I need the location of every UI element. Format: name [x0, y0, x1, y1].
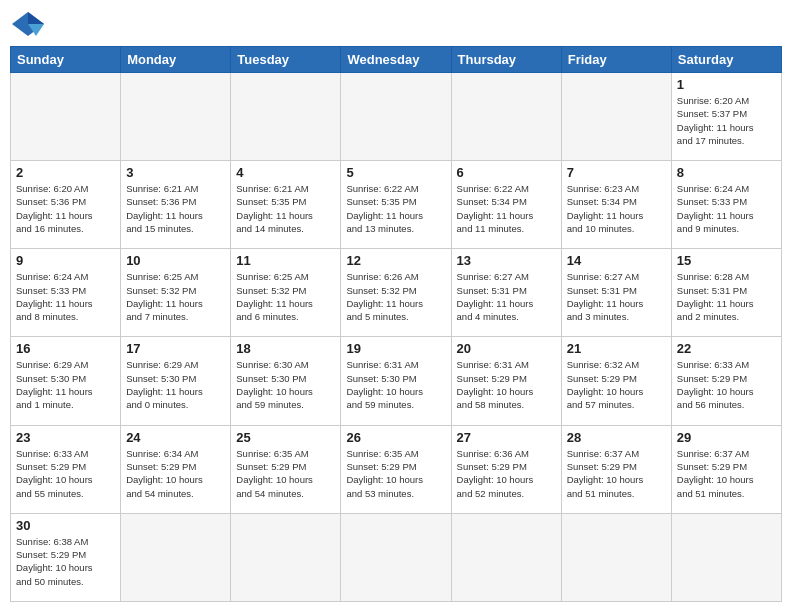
table-row: 23Sunrise: 6:33 AM Sunset: 5:29 PM Dayli… [11, 425, 121, 513]
day-info: Sunrise: 6:28 AM Sunset: 5:31 PM Dayligh… [677, 270, 776, 323]
header-thursday: Thursday [451, 47, 561, 73]
logo [10, 10, 50, 38]
day-number: 23 [16, 430, 115, 445]
day-number: 15 [677, 253, 776, 268]
day-number: 12 [346, 253, 445, 268]
table-row: 16Sunrise: 6:29 AM Sunset: 5:30 PM Dayli… [11, 337, 121, 425]
day-number: 25 [236, 430, 335, 445]
table-row: 13Sunrise: 6:27 AM Sunset: 5:31 PM Dayli… [451, 249, 561, 337]
day-info: Sunrise: 6:27 AM Sunset: 5:31 PM Dayligh… [457, 270, 556, 323]
header [10, 10, 782, 38]
table-row: 24Sunrise: 6:34 AM Sunset: 5:29 PM Dayli… [121, 425, 231, 513]
calendar-week-row: 30Sunrise: 6:38 AM Sunset: 5:29 PM Dayli… [11, 513, 782, 601]
table-row: 15Sunrise: 6:28 AM Sunset: 5:31 PM Dayli… [671, 249, 781, 337]
table-row: 1Sunrise: 6:20 AM Sunset: 5:37 PM Daylig… [671, 73, 781, 161]
table-row [451, 73, 561, 161]
table-row [121, 73, 231, 161]
day-number: 10 [126, 253, 225, 268]
day-info: Sunrise: 6:36 AM Sunset: 5:29 PM Dayligh… [457, 447, 556, 500]
page: Sunday Monday Tuesday Wednesday Thursday… [0, 0, 792, 612]
header-wednesday: Wednesday [341, 47, 451, 73]
day-info: Sunrise: 6:29 AM Sunset: 5:30 PM Dayligh… [126, 358, 225, 411]
day-number: 24 [126, 430, 225, 445]
table-row: 19Sunrise: 6:31 AM Sunset: 5:30 PM Dayli… [341, 337, 451, 425]
logo-icon [10, 10, 46, 38]
header-friday: Friday [561, 47, 671, 73]
day-number: 22 [677, 341, 776, 356]
calendar-week-row: 16Sunrise: 6:29 AM Sunset: 5:30 PM Dayli… [11, 337, 782, 425]
day-number: 4 [236, 165, 335, 180]
day-info: Sunrise: 6:35 AM Sunset: 5:29 PM Dayligh… [346, 447, 445, 500]
table-row: 10Sunrise: 6:25 AM Sunset: 5:32 PM Dayli… [121, 249, 231, 337]
day-info: Sunrise: 6:38 AM Sunset: 5:29 PM Dayligh… [16, 535, 115, 588]
day-number: 17 [126, 341, 225, 356]
day-number: 27 [457, 430, 556, 445]
table-row: 7Sunrise: 6:23 AM Sunset: 5:34 PM Daylig… [561, 161, 671, 249]
day-info: Sunrise: 6:27 AM Sunset: 5:31 PM Dayligh… [567, 270, 666, 323]
table-row: 26Sunrise: 6:35 AM Sunset: 5:29 PM Dayli… [341, 425, 451, 513]
header-saturday: Saturday [671, 47, 781, 73]
table-row: 28Sunrise: 6:37 AM Sunset: 5:29 PM Dayli… [561, 425, 671, 513]
day-info: Sunrise: 6:31 AM Sunset: 5:30 PM Dayligh… [346, 358, 445, 411]
day-number: 6 [457, 165, 556, 180]
day-info: Sunrise: 6:30 AM Sunset: 5:30 PM Dayligh… [236, 358, 335, 411]
day-number: 8 [677, 165, 776, 180]
table-row [11, 73, 121, 161]
table-row [341, 513, 451, 601]
day-info: Sunrise: 6:32 AM Sunset: 5:29 PM Dayligh… [567, 358, 666, 411]
table-row: 22Sunrise: 6:33 AM Sunset: 5:29 PM Dayli… [671, 337, 781, 425]
table-row [451, 513, 561, 601]
day-info: Sunrise: 6:21 AM Sunset: 5:36 PM Dayligh… [126, 182, 225, 235]
day-number: 3 [126, 165, 225, 180]
day-info: Sunrise: 6:31 AM Sunset: 5:29 PM Dayligh… [457, 358, 556, 411]
day-number: 18 [236, 341, 335, 356]
table-row: 25Sunrise: 6:35 AM Sunset: 5:29 PM Dayli… [231, 425, 341, 513]
table-row: 9Sunrise: 6:24 AM Sunset: 5:33 PM Daylig… [11, 249, 121, 337]
day-info: Sunrise: 6:21 AM Sunset: 5:35 PM Dayligh… [236, 182, 335, 235]
day-info: Sunrise: 6:23 AM Sunset: 5:34 PM Dayligh… [567, 182, 666, 235]
table-row [671, 513, 781, 601]
table-row: 20Sunrise: 6:31 AM Sunset: 5:29 PM Dayli… [451, 337, 561, 425]
day-number: 29 [677, 430, 776, 445]
day-number: 9 [16, 253, 115, 268]
table-row: 12Sunrise: 6:26 AM Sunset: 5:32 PM Dayli… [341, 249, 451, 337]
calendar-header-row: Sunday Monday Tuesday Wednesday Thursday… [11, 47, 782, 73]
day-info: Sunrise: 6:20 AM Sunset: 5:37 PM Dayligh… [677, 94, 776, 147]
day-number: 14 [567, 253, 666, 268]
table-row: 8Sunrise: 6:24 AM Sunset: 5:33 PM Daylig… [671, 161, 781, 249]
svg-marker-1 [28, 12, 44, 24]
table-row: 14Sunrise: 6:27 AM Sunset: 5:31 PM Dayli… [561, 249, 671, 337]
day-number: 28 [567, 430, 666, 445]
day-info: Sunrise: 6:24 AM Sunset: 5:33 PM Dayligh… [677, 182, 776, 235]
day-number: 26 [346, 430, 445, 445]
day-info: Sunrise: 6:26 AM Sunset: 5:32 PM Dayligh… [346, 270, 445, 323]
table-row: 17Sunrise: 6:29 AM Sunset: 5:30 PM Dayli… [121, 337, 231, 425]
table-row: 4Sunrise: 6:21 AM Sunset: 5:35 PM Daylig… [231, 161, 341, 249]
day-info: Sunrise: 6:29 AM Sunset: 5:30 PM Dayligh… [16, 358, 115, 411]
day-number: 11 [236, 253, 335, 268]
day-info: Sunrise: 6:22 AM Sunset: 5:34 PM Dayligh… [457, 182, 556, 235]
day-info: Sunrise: 6:35 AM Sunset: 5:29 PM Dayligh… [236, 447, 335, 500]
day-number: 13 [457, 253, 556, 268]
table-row [341, 73, 451, 161]
header-tuesday: Tuesday [231, 47, 341, 73]
table-row: 5Sunrise: 6:22 AM Sunset: 5:35 PM Daylig… [341, 161, 451, 249]
day-number: 20 [457, 341, 556, 356]
calendar-week-row: 2Sunrise: 6:20 AM Sunset: 5:36 PM Daylig… [11, 161, 782, 249]
header-sunday: Sunday [11, 47, 121, 73]
day-info: Sunrise: 6:24 AM Sunset: 5:33 PM Dayligh… [16, 270, 115, 323]
table-row [561, 73, 671, 161]
table-row: 27Sunrise: 6:36 AM Sunset: 5:29 PM Dayli… [451, 425, 561, 513]
day-number: 2 [16, 165, 115, 180]
header-monday: Monday [121, 47, 231, 73]
table-row: 21Sunrise: 6:32 AM Sunset: 5:29 PM Dayli… [561, 337, 671, 425]
day-info: Sunrise: 6:25 AM Sunset: 5:32 PM Dayligh… [236, 270, 335, 323]
table-row: 18Sunrise: 6:30 AM Sunset: 5:30 PM Dayli… [231, 337, 341, 425]
table-row [231, 73, 341, 161]
day-number: 1 [677, 77, 776, 92]
day-info: Sunrise: 6:33 AM Sunset: 5:29 PM Dayligh… [677, 358, 776, 411]
table-row: 6Sunrise: 6:22 AM Sunset: 5:34 PM Daylig… [451, 161, 561, 249]
table-row [231, 513, 341, 601]
day-info: Sunrise: 6:22 AM Sunset: 5:35 PM Dayligh… [346, 182, 445, 235]
table-row: 3Sunrise: 6:21 AM Sunset: 5:36 PM Daylig… [121, 161, 231, 249]
